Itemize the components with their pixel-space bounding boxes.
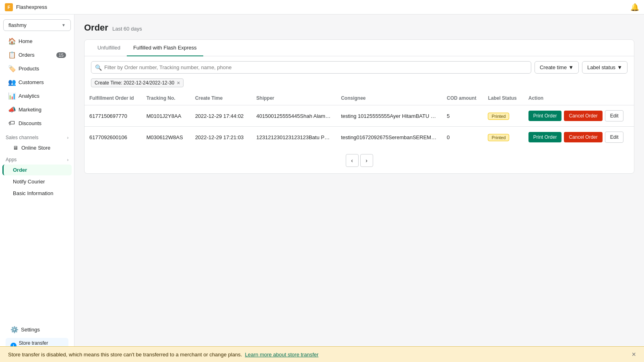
orders-icon: 📋: [8, 51, 15, 59]
notice-link[interactable]: Learn more about store transfer: [245, 352, 319, 358]
cell-order-id: 6177092600106: [85, 127, 142, 148]
active-filters: Create Time: 2022-12-24/2022-12-30 ×: [85, 78, 634, 91]
sidebar-item-notify-courier[interactable]: Notify Courier: [2, 176, 72, 187]
col-tracking: Tracking No.: [142, 91, 190, 105]
print-order-button[interactable]: Print Order: [528, 132, 562, 142]
sidebar-item-label: Online Store: [21, 145, 50, 151]
cell-create-time: 2022-12-29 17:44:02: [190, 105, 252, 127]
online-store-icon: 🖥: [13, 145, 18, 151]
chevron-down-icon: ▼: [62, 23, 66, 27]
table-row: 6177150697770 M0101J2Y8AA 2022-12-29 17:…: [85, 105, 634, 127]
sales-channels-label: Sales channels: [6, 135, 38, 140]
settings-icon: ⚙️: [10, 326, 18, 333]
cell-shipper: 401500125555445Shah AlamKLANGSelangorJal…: [252, 105, 336, 127]
tabs-row: Unfulfilled Fulfilled with Flash Express: [85, 40, 634, 56]
products-icon: 🏷️: [8, 65, 15, 72]
sidebar-item-settings[interactable]: ⚙️ Settings: [5, 323, 69, 336]
col-shipper: Shipper: [252, 91, 336, 105]
col-create-time: Create Time: [190, 91, 252, 105]
sidebar-item-label: Products: [19, 66, 39, 72]
tab-fulfilled-flash[interactable]: Fulfilled with Flash Express: [127, 40, 203, 56]
col-action: Action: [524, 91, 634, 105]
cell-action: Print Order Cancel Order Edit: [524, 105, 634, 127]
search-input[interactable]: [91, 61, 531, 74]
cell-cod-amount: 5: [442, 105, 483, 127]
cancel-order-button[interactable]: Cancel Order: [564, 111, 602, 121]
label-status-label: Label status: [587, 64, 615, 70]
analytics-icon: 📊: [8, 92, 15, 100]
sidebar-item-label: Discounts: [19, 120, 41, 126]
sidebar-item-label: Orders: [19, 52, 35, 58]
apps-section[interactable]: Apps ›: [0, 154, 74, 164]
orders-badge: 15: [56, 52, 66, 58]
sidebar-item-label: Notify Courier: [13, 179, 45, 185]
col-consignee: Consignee: [336, 91, 442, 105]
prev-page-button[interactable]: ‹: [346, 154, 359, 167]
chevron-right-icon: ›: [67, 158, 68, 162]
cancel-order-button[interactable]: Cancel Order: [564, 132, 602, 142]
cell-create-time: 2022-12-29 17:21:03: [190, 127, 252, 148]
sidebar-item-discounts[interactable]: 🏷 Discounts: [2, 117, 72, 130]
edit-button[interactable]: Edit: [605, 110, 624, 121]
orders-table: Fulfillment Order id Tracking No. Create…: [85, 91, 634, 148]
sidebar-item-marketing[interactable]: 📣 Marketing: [2, 103, 72, 116]
tab-unfulfilled[interactable]: Unfulfilled: [91, 40, 127, 56]
sidebar-item-label: Analytics: [19, 93, 39, 99]
cell-consignee: testing01672092675SerembanSEREMBANNegeri…: [336, 127, 442, 148]
search-wrapper: 🔍: [91, 61, 531, 74]
create-time-filter[interactable]: Create time ▼: [535, 61, 579, 74]
app-name: Flashexpress: [16, 4, 47, 10]
sidebar-item-label: Marketing: [19, 107, 41, 113]
page-title: Order: [84, 23, 108, 33]
main-content: Order Last 60 days Unfulfilled Fulfilled…: [74, 14, 644, 362]
sidebar-item-label: Basic Information: [13, 190, 53, 196]
col-cod-amount: COD amount: [442, 91, 483, 105]
chevron-down-icon: ▼: [617, 64, 622, 70]
active-filter-label: Create Time: 2022-12-24/2022-12-30: [95, 80, 174, 86]
table-wrapper: Fulfillment Order id Tracking No. Create…: [85, 91, 634, 148]
notice-close-button[interactable]: ×: [632, 351, 636, 358]
sidebar-item-analytics[interactable]: 📊 Analytics: [2, 89, 72, 103]
edit-button[interactable]: Edit: [605, 132, 624, 143]
col-fulfillment-id: Fulfillment Order id: [85, 91, 142, 105]
chevron-down-icon: ▼: [568, 64, 574, 70]
discounts-icon: 🏷: [8, 119, 15, 127]
notification-icon[interactable]: 🔔: [630, 3, 639, 11]
main-nav: 🏠 Home 📋 Orders 15 🏷️ Products 👥 Custome…: [0, 33, 74, 132]
topbar: F Flashexpress 🔔: [0, 0, 644, 14]
status-badge: Printed: [488, 134, 509, 141]
app-logo: F: [5, 3, 13, 11]
next-page-button[interactable]: ›: [360, 154, 373, 167]
label-status-filter[interactable]: Label status ▼: [582, 61, 627, 74]
cell-label-status: Printed: [483, 127, 523, 148]
print-order-button[interactable]: Print Order: [528, 111, 562, 121]
sidebar-item-products[interactable]: 🏷️ Products: [2, 62, 72, 75]
chevron-right-icon: ›: [67, 136, 68, 140]
topbar-right: 🔔: [630, 3, 639, 12]
pagination: ‹ ›: [85, 148, 634, 173]
sidebar-item-online-store[interactable]: 🖥 Online Store: [2, 142, 72, 153]
sidebar-item-customers[interactable]: 👥 Customers: [2, 76, 72, 89]
sidebar-item-label: Home: [19, 38, 33, 44]
search-icon: 🔍: [95, 64, 102, 71]
sidebar-item-order[interactable]: Order: [2, 165, 72, 175]
sidebar: flashmy ▼ 🏠 Home 📋 Orders 15 🏷️ Products…: [0, 14, 74, 362]
sales-channels-section[interactable]: Sales channels ›: [0, 132, 74, 142]
page-subtitle: Last 60 days: [112, 26, 142, 32]
apps-label: Apps: [6, 157, 17, 162]
table-row: 6177092600106 M030612W8AS 2022-12-29 17:…: [85, 127, 634, 148]
sidebar-item-orders[interactable]: 📋 Orders 15: [2, 48, 72, 62]
page-header: Order Last 60 days: [84, 23, 634, 33]
cell-consignee: testing 10125555555Ayer HitamBATU PAHATJ…: [336, 105, 442, 127]
home-icon: 🏠: [8, 37, 15, 45]
filters-row: 🔍 Create time ▼ Label status ▼: [85, 56, 634, 78]
cell-tracking: M030612W8AS: [142, 127, 190, 148]
cell-label-status: Printed: [483, 105, 523, 127]
cell-shipper: 123121230123123123Batu PahatBATU PAHATJo…: [252, 127, 336, 148]
sidebar-item-basic-information[interactable]: Basic Information: [2, 188, 72, 199]
remove-filter-button[interactable]: ×: [177, 80, 180, 86]
store-selector[interactable]: flashmy ▼: [3, 19, 71, 31]
cell-tracking: M0101J2Y8AA: [142, 105, 190, 127]
sidebar-item-label: Settings: [21, 327, 40, 333]
sidebar-item-home[interactable]: 🏠 Home: [2, 35, 72, 48]
